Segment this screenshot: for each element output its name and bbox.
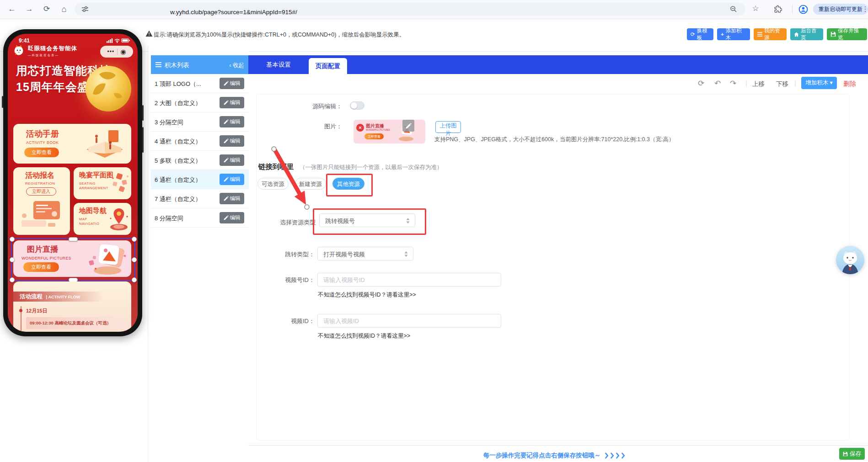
delete-block-button[interactable]: 删除 — [843, 80, 856, 88]
registration-subtitle: REGISTRATION — [25, 181, 55, 186]
refresh-icon[interactable]: ⟳ — [698, 79, 704, 88]
block-row-6-active[interactable]: 6 通栏（自定义） 编辑 — [151, 170, 249, 189]
video-id-hint: 不知道怎么找到视频ID？请看这里>> — [318, 332, 410, 340]
handbook-subtitle: ACTIVITY BOOK — [26, 140, 59, 145]
collapse-button[interactable]: ‹ 收起 — [229, 62, 244, 69]
block-banquet-plan[interactable]: 晚宴平面图 SEATING ARRANGEMENT — [74, 167, 131, 199]
move-down-button[interactable]: 下移 — [776, 80, 788, 88]
block-row-4[interactable]: 4 通栏（自定义） 编辑 — [151, 132, 249, 151]
brand-slogan: —科技改变会务— — [28, 53, 77, 58]
add-block-top-button[interactable]: +添加积木 — [717, 28, 750, 40]
capsule-close-icon[interactable]: ◉ — [120, 48, 126, 55]
handbook-button[interactable]: 立即查看 — [24, 148, 59, 157]
back-icon[interactable]: ← — [6, 4, 17, 15]
jump-type-label: 跳转类型： — [229, 250, 315, 259]
page-builder-app: ← → ⟳ ⌂ w.yyhd.club/page?source=1&miniAp… — [0, 0, 868, 462]
banquet-subtitle: SEATING ARRANGEMENT — [79, 181, 107, 191]
remove-image-icon[interactable]: × — [356, 124, 364, 132]
editor-tabstrip: 基本设置 页面配置 — [248, 55, 868, 74]
save-button[interactable]: 保存 — [839, 448, 865, 460]
url-text: w.yyhd.club/page?source=1&miniAppId=915#… — [170, 9, 297, 16]
phone-mute-switch — [2, 96, 3, 108]
block-row-3[interactable]: 3 分隔空间 编辑 — [151, 112, 249, 132]
site-settings-icon[interactable] — [81, 5, 89, 13]
my-resources-button[interactable]: 我的资源 — [754, 28, 787, 40]
block-row-1[interactable]: 1 顶部 LOGO（... 编辑 — [151, 74, 249, 93]
save-preview-button[interactable]: 保存并预览 — [827, 28, 867, 40]
flow-subtitle: | ACTIVITY FLOW — [46, 295, 80, 299]
registration-illustration — [18, 199, 65, 232]
redo-icon[interactable]: ↷ — [730, 79, 736, 88]
block-live-pictures[interactable]: 图片直播 WONDERFUL PICTURES 立即查看 — [13, 240, 131, 277]
change-template-button[interactable]: ⟳换模板 — [687, 28, 713, 40]
save-icon — [830, 32, 836, 37]
thumb-title: 图片直播 — [366, 123, 384, 129]
video-id-input[interactable] — [317, 314, 501, 328]
jump-type-select[interactable]: 打开视频号视频 — [317, 247, 413, 260]
phone-volume-button — [142, 105, 144, 121]
image-thumbnail[interactable]: × 图片直播 WONDERFUL PICTURES 立即查看 — [354, 120, 425, 143]
undo-icon[interactable]: ↶ — [714, 79, 721, 88]
miniprogram-capsule[interactable]: ••• ◉ — [100, 46, 133, 58]
thumb-button: 立即查看 — [364, 133, 384, 139]
profile-icon[interactable] — [798, 5, 808, 14]
annotation-arrow — [254, 135, 332, 218]
tab-page-config[interactable]: 页面配置 — [309, 58, 347, 74]
status-time: 9:41 — [19, 37, 30, 44]
upload-image-button[interactable]: 上传图片 — [435, 121, 461, 133]
block-row-5[interactable]: 5 多联（自定义） 编辑 — [151, 151, 249, 170]
channel-id-input[interactable] — [317, 273, 501, 287]
bookmark-star-icon[interactable]: ☆ — [750, 3, 761, 14]
assistant-cat-mascot[interactable] — [836, 246, 864, 274]
block-activity-handbook[interactable]: 活动手册 ACTIVITY BOOK 立即查看 — [13, 124, 131, 164]
edit-block-button[interactable]: 编辑 — [220, 97, 244, 108]
block-row-2[interactable]: 2 大图（自定义） 编辑 — [151, 93, 249, 112]
edit-block-button[interactable]: 编辑 — [220, 193, 244, 204]
toolbar-separator: | — [745, 79, 747, 87]
backend-home-button[interactable]: 后台首页 — [790, 28, 823, 40]
block-row-label: 2 大图（自定义） — [155, 99, 201, 107]
live-button[interactable]: 立即查看 — [23, 262, 59, 272]
block-row-label: 4 通栏（自定义） — [155, 138, 201, 146]
address-bar[interactable]: w.yyhd.club/page?source=1&miniAppId=915#… — [75, 3, 745, 16]
block-row-label: 3 分隔空间 — [155, 118, 183, 127]
registration-button[interactable]: 立即进入 — [26, 187, 56, 196]
phone-preview: 9:41 — [3, 29, 142, 336]
flow-date: 12月15日 — [26, 308, 47, 314]
zoom-out-icon[interactable] — [730, 5, 737, 13]
channel-id-hint: 不知道怎么找到视频号ID？请看这里>> — [318, 291, 416, 299]
add-block-dropdown-button[interactable]: 增加积木 ▾ — [801, 77, 837, 89]
edit-block-button[interactable]: 编辑 — [220, 154, 244, 166]
live-illustration — [86, 242, 129, 276]
block-row-7[interactable]: 7 通栏（自定义） 编辑 — [151, 189, 249, 208]
swap-icon: ⟳ — [691, 31, 695, 37]
move-up-button[interactable]: 上移 — [752, 80, 765, 88]
list-icon — [757, 32, 762, 37]
map-subtitle: MAP NAVIGATIO — [79, 217, 102, 226]
banquet-illustration — [110, 173, 129, 194]
resource-type-value: 跳转视频号 — [325, 217, 355, 225]
plus-icon: + — [721, 32, 724, 37]
source-edit-toggle[interactable] — [350, 101, 364, 110]
block-map-navigation[interactable]: 地图导航 MAP NAVIGATIO — [74, 203, 131, 235]
edit-image-icon[interactable] — [402, 120, 414, 132]
block-registration[interactable]: 活动报名 REGISTRATION 立即进入 — [13, 167, 70, 235]
kebab-menu-icon[interactable]: ⋮ — [860, 4, 868, 15]
block-activity-flow[interactable]: 活动流程 | ACTIVITY FLOW 12月15日 09:00-12:30 … — [13, 281, 131, 332]
tab-basic-settings[interactable]: 基本设置 — [248, 55, 309, 74]
edit-block-button[interactable]: 编辑 — [220, 78, 244, 89]
resource-type-select[interactable]: 跳转视频号 — [319, 213, 415, 227]
edit-block-button[interactable]: 编辑 — [220, 116, 244, 127]
extensions-icon[interactable] — [774, 5, 782, 13]
channel-id-label: 视频号ID： — [229, 276, 315, 284]
image-label: 图片： — [256, 122, 342, 131]
phone-screen: 9:41 — [8, 34, 138, 332]
capsule-more-icon[interactable]: ••• — [107, 48, 115, 55]
video-id-label: 视频ID： — [229, 317, 315, 325]
resource-tab-other-active[interactable]: 其他资源 — [332, 178, 364, 190]
reload-icon[interactable]: ⟳ — [41, 4, 52, 15]
forward-icon[interactable]: → — [24, 4, 35, 15]
edit-block-button[interactable]: 编辑 — [220, 135, 244, 147]
home-icon[interactable]: ⌂ — [59, 4, 70, 15]
edit-block-button-active[interactable]: 编辑 — [220, 174, 244, 185]
